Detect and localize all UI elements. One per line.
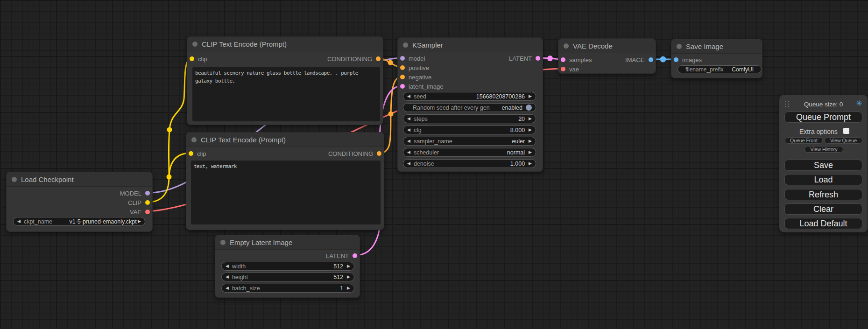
vae-port-icon[interactable] <box>145 210 150 214</box>
node-vae-decode[interactable]: VAE Decode samples vae IMAGE <box>558 38 656 74</box>
right-arrow-icon[interactable]: ▶ <box>347 286 350 290</box>
left-arrow-icon[interactable]: ◀ <box>407 139 410 143</box>
port-input-images[interactable]: images <box>674 56 702 64</box>
right-arrow-icon[interactable]: ▶ <box>529 94 532 98</box>
widget-ckpt-name[interactable]: ◀ ckpt_name v1-5-pruned-emaonly.ckpt ▶ <box>13 217 145 226</box>
node-clip-text-encode-positive[interactable]: CLIP Text Encode (Prompt) clip CONDITION… <box>187 36 383 125</box>
node-title-bar[interactable]: VAE Decode <box>558 39 656 53</box>
port-input-model[interactable]: model <box>400 54 425 63</box>
positive-prompt-textarea[interactable]: beautiful scenery nature glass bottle la… <box>192 67 380 121</box>
widget-random-seed-toggle[interactable]: Random seed after every gen enabled <box>403 103 536 112</box>
latent-port-icon[interactable] <box>400 84 405 89</box>
port-output-image[interactable]: IMAGE <box>625 56 653 64</box>
widget-sampler-name[interactable]: ◀ sampler_name euler ▶ <box>403 137 536 146</box>
widget-denoise[interactable]: ◀ denoise 1.000 ▶ <box>403 159 536 168</box>
left-arrow-icon[interactable]: ◀ <box>17 219 21 224</box>
conditioning-port-icon[interactable] <box>400 75 405 79</box>
node-save-image[interactable]: Save Image images filename_prefix ComfyU… <box>671 39 762 78</box>
widget-scheduler[interactable]: ◀ scheduler normal ▶ <box>403 148 536 157</box>
model-port-icon[interactable] <box>145 191 150 196</box>
port-output-model[interactable]: MODEL <box>120 189 150 197</box>
settings-gear-icon[interactable]: ✳ <box>856 99 862 108</box>
port-output-vae[interactable]: VAE <box>130 208 150 216</box>
node-title-bar[interactable]: Empty Latent Image <box>215 235 360 250</box>
node-empty-latent-image[interactable]: Empty Latent Image LATENT ◀ width 512 ▶ … <box>215 235 360 298</box>
node-collapse-dot-icon[interactable] <box>12 177 17 182</box>
vae-port-icon[interactable] <box>561 67 565 71</box>
right-arrow-icon[interactable]: ▶ <box>529 161 532 166</box>
node-title-bar[interactable]: CLIP Text Encode (Prompt) <box>187 37 383 51</box>
node-collapse-dot-icon[interactable] <box>403 42 408 48</box>
widget-batch-size[interactable]: ◀ batch_size 1 ▶ <box>221 284 354 293</box>
left-arrow-icon[interactable]: ◀ <box>226 286 229 290</box>
left-arrow-icon[interactable]: ◀ <box>226 275 229 279</box>
right-arrow-icon[interactable]: ▶ <box>347 275 350 279</box>
port-input-vae[interactable]: vae <box>561 65 579 73</box>
left-arrow-icon[interactable]: ◀ <box>407 94 410 98</box>
widget-width[interactable]: ◀ width 512 ▶ <box>221 262 354 271</box>
model-port-icon[interactable] <box>400 56 405 61</box>
widget-steps[interactable]: ◀ steps 20 ▶ <box>403 114 536 123</box>
latent-port-icon[interactable] <box>353 253 357 258</box>
extra-options-checkbox[interactable] <box>843 128 849 134</box>
image-port-icon[interactable] <box>674 57 678 62</box>
left-arrow-icon[interactable]: ◀ <box>407 161 410 166</box>
view-queue-button[interactable]: View Queue <box>825 137 862 144</box>
toggle-enabled-icon[interactable] <box>526 105 532 111</box>
port-output-latent[interactable]: LATENT <box>509 54 540 63</box>
left-arrow-icon[interactable]: ◀ <box>407 150 410 154</box>
port-output-latent[interactable]: LATENT <box>326 252 357 260</box>
port-output-clip[interactable]: CLIP <box>128 198 150 207</box>
load-default-button[interactable]: Load Default <box>784 218 862 229</box>
image-port-icon[interactable] <box>649 57 653 62</box>
clip-port-icon[interactable] <box>189 151 193 156</box>
port-input-positive[interactable]: positive <box>400 63 429 72</box>
negative-prompt-textarea[interactable]: text, watermark <box>191 161 381 224</box>
node-ksampler[interactable]: KSampler model positive negative latent_… <box>397 37 543 172</box>
latent-port-icon[interactable] <box>561 57 565 62</box>
node-collapse-dot-icon[interactable] <box>191 137 197 142</box>
port-input-samples[interactable]: samples <box>561 56 592 64</box>
port-output-conditioning[interactable]: CONDITIONING <box>327 55 381 63</box>
node-collapse-dot-icon[interactable] <box>192 42 198 47</box>
node-title-bar[interactable]: Save Image <box>671 39 762 54</box>
node-title-bar[interactable]: CLIP Text Encode (Prompt) <box>186 133 384 147</box>
widget-seed[interactable]: ◀ seed 156680208700286 ▶ <box>403 92 536 101</box>
right-arrow-icon[interactable]: ▶ <box>529 128 532 132</box>
left-arrow-icon[interactable]: ◀ <box>226 264 229 268</box>
clear-button[interactable]: Clear <box>784 203 862 215</box>
node-title-bar[interactable]: Load Checkpoint <box>7 172 152 187</box>
right-arrow-icon[interactable]: ▶ <box>529 117 532 121</box>
right-arrow-icon[interactable]: ▶ <box>347 264 350 268</box>
view-history-button[interactable]: View History <box>804 146 843 153</box>
load-button[interactable]: Load <box>784 174 862 185</box>
right-arrow-icon[interactable]: ▶ <box>529 150 532 154</box>
port-output-conditioning[interactable]: CONDITIONING <box>328 149 381 158</box>
refresh-button[interactable]: Refresh <box>784 189 862 200</box>
node-clip-text-encode-negative[interactable]: CLIP Text Encode (Prompt) clip CONDITION… <box>186 132 384 230</box>
widget-height[interactable]: ◀ height 512 ▶ <box>221 273 354 281</box>
widget-cfg[interactable]: ◀ cfg 8.000 ▶ <box>403 126 536 134</box>
widget-filename-prefix[interactable]: filename_prefix ComfyUI <box>677 65 762 73</box>
node-graph-canvas[interactable]: Load Checkpoint MODEL CLIP VAE ◀ ckpt_na… <box>0 0 868 329</box>
conditioning-port-icon[interactable] <box>376 56 381 61</box>
save-button[interactable]: Save <box>784 160 862 171</box>
node-collapse-dot-icon[interactable] <box>564 43 569 49</box>
port-input-clip[interactable]: clip <box>190 55 207 63</box>
node-collapse-dot-icon[interactable] <box>677 44 682 49</box>
clip-port-icon[interactable] <box>145 200 150 205</box>
right-arrow-icon[interactable]: ▶ <box>529 139 532 143</box>
left-arrow-icon[interactable]: ◀ <box>407 128 410 132</box>
latent-port-icon[interactable] <box>536 56 540 61</box>
port-input-clip[interactable]: clip <box>189 149 206 158</box>
right-arrow-icon[interactable]: ▶ <box>138 219 141 224</box>
left-arrow-icon[interactable]: ◀ <box>407 117 410 121</box>
node-title-bar[interactable]: KSampler <box>398 38 543 52</box>
clip-port-icon[interactable] <box>190 56 194 61</box>
node-collapse-dot-icon[interactable] <box>220 240 226 245</box>
conditioning-port-icon[interactable] <box>377 151 381 156</box>
queue-front-button[interactable]: Queue Front <box>785 137 823 144</box>
port-input-negative[interactable]: negative <box>400 73 431 81</box>
conditioning-port-icon[interactable] <box>400 65 405 70</box>
node-load-checkpoint[interactable]: Load Checkpoint MODEL CLIP VAE ◀ ckpt_na… <box>6 172 153 232</box>
